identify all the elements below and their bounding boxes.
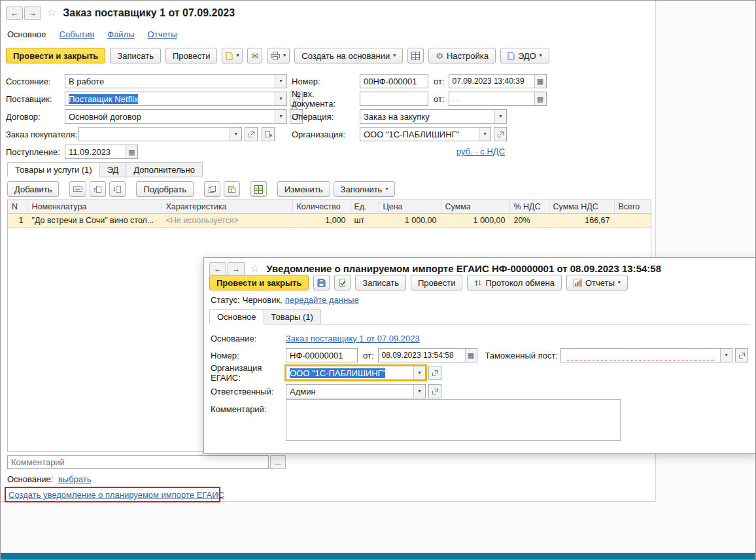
load-from-file-button[interactable] — [250, 181, 267, 197]
incoming-number-input[interactable] — [360, 92, 428, 106]
calendar-button[interactable]: ▦ — [534, 92, 546, 105]
cell-total[interactable] — [614, 214, 651, 228]
attach-file-button[interactable]: ▾ — [222, 48, 243, 63]
egais-organization-combobox[interactable]: ООО "1С-ПАБЛИШИНГ" ▾ — [286, 366, 426, 380]
send-email-button[interactable]: ✉ — [247, 48, 262, 63]
row-down-button[interactable] — [109, 181, 126, 197]
reports-button[interactable]: Отчеты▾ — [566, 275, 628, 290]
cell-unit[interactable]: шт — [350, 214, 379, 228]
contract-combobox[interactable]: Основной договор ▾ — [65, 109, 287, 124]
post-icon-button[interactable] — [334, 275, 351, 290]
send-data-link[interactable]: передайте данные — [285, 295, 359, 305]
supplier-combobox[interactable]: Поставщик Netflix ▾ — [65, 92, 287, 106]
add-row-button[interactable]: Добавить — [7, 181, 59, 197]
forward-button[interactable]: → — [24, 7, 41, 20]
keyboard-input-button[interactable] — [69, 181, 86, 197]
edo-button[interactable]: ЭДО▾ — [500, 48, 549, 63]
dropdown-button[interactable]: ▾ — [413, 366, 425, 379]
col-header-price[interactable]: Цена — [379, 200, 441, 214]
dropdown-button[interactable]: ▾ — [275, 92, 286, 105]
pick-items-button[interactable]: Подобрать — [136, 181, 193, 197]
settings-button[interactable]: ⚙Настройка — [428, 48, 496, 63]
notification-date-field[interactable]: 08.09.2023 13:54:58 ▦ — [378, 348, 477, 362]
comment-textarea[interactable] — [286, 399, 621, 441]
favorite-star-icon[interactable]: ☆ — [46, 6, 56, 20]
dropdown-button[interactable]: ▾ — [494, 110, 506, 123]
col-header-unit[interactable]: Ед. — [350, 200, 379, 214]
nav-tab-files[interactable]: Файлы — [107, 29, 134, 39]
col-header-sum[interactable]: Сумма — [441, 200, 509, 214]
col-header-nomenclature[interactable]: Номенклатура — [27, 200, 162, 214]
print-button[interactable]: ▾ — [267, 48, 290, 63]
organization-combobox[interactable]: ООО "1С-ПАБЛИШИНГ" ▾ — [360, 127, 491, 141]
cell-sum[interactable]: 1 000,00 — [441, 214, 509, 228]
tab-goods[interactable]: Товары (1) — [264, 309, 321, 324]
number-input[interactable] — [286, 348, 358, 362]
customer-order-combobox[interactable]: ▾ — [78, 127, 242, 141]
exchange-protocol-button[interactable]: Протокол обмена — [467, 275, 562, 290]
dropdown-button[interactable]: ▾ — [720, 349, 732, 362]
edit-row-button[interactable]: Изменить — [277, 181, 330, 197]
state-combobox[interactable]: В работе ▾ — [65, 74, 287, 88]
cell-vat-percent[interactable]: 20% — [509, 214, 549, 228]
tab-goods-services[interactable]: Товары и услуги (1) — [7, 162, 100, 177]
basis-document-link[interactable]: Заказ поставщику 1 от 07.09.2023 — [286, 334, 420, 343]
number-input[interactable] — [360, 74, 428, 88]
calendar-button[interactable]: ▦ — [126, 145, 137, 158]
save-button[interactable]: Записать — [110, 48, 161, 63]
nav-tab-reports[interactable]: Отчеты — [148, 29, 177, 39]
receipt-date-field[interactable]: 11.09.2023 ▦ — [65, 145, 138, 159]
fill-from-order-button[interactable] — [262, 127, 275, 141]
related-documents-button[interactable] — [407, 48, 424, 63]
currency-vat-link[interactable]: руб. · с НДС — [456, 147, 505, 156]
row-up-button[interactable] — [90, 181, 106, 197]
post-button[interactable]: Провести — [411, 275, 463, 290]
copy-rows-button[interactable] — [204, 181, 220, 197]
calendar-button[interactable]: ▦ — [465, 349, 477, 362]
back-button[interactable]: ← — [209, 262, 226, 275]
open-button[interactable] — [428, 384, 441, 398]
nav-tab-events[interactable]: События — [60, 29, 95, 39]
post-and-close-button[interactable]: Провести и закрыть — [209, 275, 309, 290]
calendar-button[interactable]: ▦ — [534, 75, 546, 88]
comment-expand-button[interactable]: ... — [270, 455, 286, 469]
basis-select-link[interactable]: выбрать — [58, 474, 92, 484]
col-header-vat-sum[interactable]: Сумма НДС — [549, 200, 614, 214]
dropdown-button[interactable]: ▾ — [413, 385, 425, 398]
cell-nomenclature[interactable]: "До встречи в Сочи" вино стол... — [27, 214, 162, 228]
dropdown-button[interactable]: ▾ — [230, 128, 241, 141]
open-button[interactable] — [245, 127, 258, 141]
comment-input[interactable] — [7, 455, 269, 469]
table-row[interactable]: 1 "До встречи в Сочи" вино стол... <Не и… — [8, 214, 651, 228]
col-header-vat-percent[interactable]: % НДС — [509, 200, 549, 214]
open-button[interactable] — [735, 348, 748, 362]
col-header-total[interactable]: Всего — [614, 200, 651, 214]
create-based-on-button[interactable]: Создать на основании▾ — [294, 48, 403, 63]
open-button[interactable] — [428, 366, 441, 380]
tab-main[interactable]: Основное — [209, 309, 264, 324]
create-egais-notification-link[interactable]: Создать уведомление о планируемом импорт… — [9, 490, 224, 500]
forward-button[interactable]: → — [228, 262, 245, 275]
cell-n[interactable]: 1 — [8, 214, 27, 228]
post-button[interactable]: Провести — [165, 48, 218, 63]
nav-tab-main[interactable]: Основное — [7, 29, 46, 39]
open-button[interactable] — [494, 127, 507, 141]
dropdown-button[interactable]: ▾ — [479, 128, 490, 141]
col-header-characteristic[interactable]: Характеристика — [162, 200, 292, 214]
cell-vat-sum[interactable]: 166,67 — [549, 214, 614, 228]
paste-rows-button[interactable] — [224, 181, 240, 197]
save-icon-button[interactable] — [313, 275, 330, 290]
responsible-combobox[interactable]: Админ ▾ — [286, 384, 426, 398]
dropdown-button[interactable]: ▾ — [275, 75, 286, 88]
favorite-star-icon[interactable]: ☆ — [250, 262, 260, 275]
cell-quantity[interactable]: 1,000 — [292, 214, 350, 228]
cell-characteristic[interactable]: <Не используется> — [162, 214, 292, 228]
fill-button[interactable]: Заполнить▾ — [334, 181, 396, 197]
back-button[interactable]: ← — [6, 7, 23, 20]
col-header-n[interactable]: N — [8, 200, 27, 214]
operation-combobox[interactable]: Заказ на закупку ▾ — [360, 109, 507, 124]
col-header-quantity[interactable]: Количество — [292, 200, 350, 214]
tab-additional[interactable]: Дополнительно — [126, 162, 203, 177]
document-date-field[interactable]: 07.09.2023 13:40:39 ▦ — [449, 74, 547, 88]
dropdown-button[interactable]: ▾ — [275, 110, 286, 123]
